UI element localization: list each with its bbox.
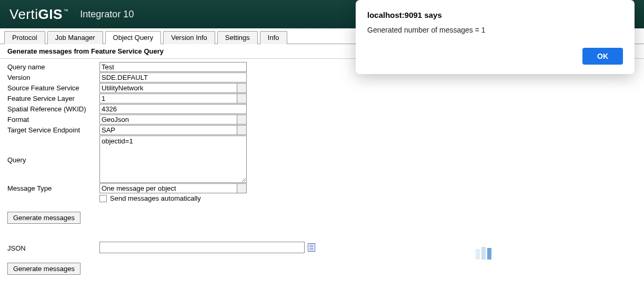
dropdown-icon[interactable]	[237, 115, 247, 125]
generate-messages-button-2[interactable]: Generate messages	[7, 263, 80, 275]
alert-dialog: localhost:9091 says Generated number of …	[356, 0, 635, 74]
app-logo: VertiGIS™	[9, 6, 68, 23]
select-format[interactable]	[99, 115, 237, 125]
dropdown-icon[interactable]	[237, 83, 247, 93]
select-msg-type[interactable]	[99, 183, 237, 193]
alert-ok-button[interactable]: OK	[582, 48, 623, 65]
dropdown-icon[interactable]	[237, 183, 247, 193]
tab-protocol[interactable]: Protocol	[4, 31, 45, 44]
input-version[interactable]	[99, 72, 247, 82]
logo-part1: Verti	[9, 6, 38, 23]
dropdown-icon[interactable]	[237, 94, 247, 103]
select-source-fs[interactable]	[99, 83, 237, 93]
input-wkid[interactable]	[99, 104, 247, 114]
label-query-name: Query name	[7, 62, 99, 71]
tab-object-query[interactable]: Object Query	[105, 31, 162, 44]
alert-message: Generated number of messages = 1	[367, 26, 623, 34]
label-msg-type: Message Type	[7, 183, 99, 192]
select-target-ep[interactable]	[99, 125, 237, 135]
label-format: Format	[7, 115, 99, 123]
dropdown-icon[interactable]	[237, 125, 247, 135]
label-query: Query	[7, 155, 99, 164]
textarea-query[interactable]: <span></span>	[99, 136, 247, 183]
logo-part2: GIS	[38, 6, 63, 23]
app-title: Integrator 10	[80, 9, 134, 20]
alert-title: localhost:9091 says	[367, 11, 623, 19]
form-area: Query name Version Source Feature Servic…	[0, 59, 644, 281]
label-source-fs: Source Feature Service	[7, 83, 99, 92]
document-icon[interactable]	[308, 243, 315, 252]
tab-settings[interactable]: Settings	[217, 31, 258, 44]
select-fs-layer[interactable]	[99, 94, 237, 103]
tab-job-manager[interactable]: Job Manager	[47, 31, 103, 44]
label-auto-send: Send messages automatically	[110, 194, 201, 202]
label-version: Version	[7, 72, 99, 81]
label-target-ep: Target Service Endpoint	[7, 125, 99, 134]
generate-messages-button[interactable]: Generate messages	[7, 212, 80, 224]
input-query-name[interactable]	[99, 62, 247, 72]
trademark: ™	[64, 8, 69, 14]
tab-version-info[interactable]: Version Info	[163, 31, 215, 44]
label-wkid: Spatial Reference (WKID)	[7, 104, 99, 113]
label-json: JSON	[7, 243, 99, 252]
label-fs-layer: Feature Service Layer	[7, 94, 99, 102]
loading-spinner-icon	[476, 247, 491, 260]
tab-info[interactable]: Info	[260, 31, 287, 44]
checkbox-auto-send[interactable]	[99, 195, 107, 202]
input-json[interactable]	[99, 242, 305, 253]
